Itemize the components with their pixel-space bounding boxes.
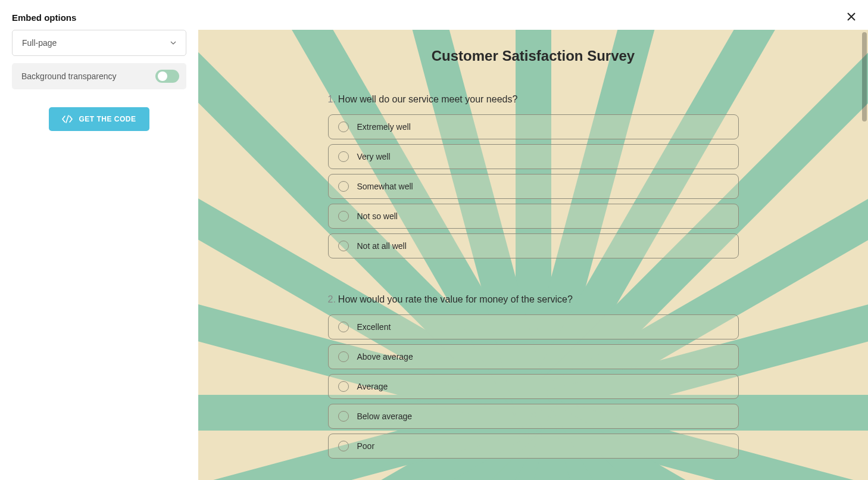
option-label: Average bbox=[357, 382, 388, 391]
option-label: Very well bbox=[357, 152, 391, 161]
question-text: 2.How would you rate the value for money… bbox=[328, 294, 739, 305]
option-label: Somewhat well bbox=[357, 182, 413, 191]
radio-icon bbox=[338, 241, 349, 251]
option-label: Extremely well bbox=[357, 122, 411, 132]
question-block: 1.How well do our service meet your need… bbox=[328, 94, 739, 258]
close-icon bbox=[847, 10, 856, 24]
survey-preview: Customer Satisfaction Survey 1.How well … bbox=[198, 30, 868, 480]
panel-title: Embed options bbox=[12, 13, 76, 23]
transparency-row: Background transparency bbox=[12, 63, 186, 89]
option-label: Excellent bbox=[357, 322, 391, 332]
survey-option[interactable]: Somewhat well bbox=[328, 174, 739, 199]
survey-option[interactable]: Very well bbox=[328, 144, 739, 169]
survey-option[interactable]: Average bbox=[328, 374, 739, 399]
transparency-label: Background transparency bbox=[21, 71, 117, 81]
radio-icon bbox=[338, 351, 349, 362]
options-sidebar: Full-page Background transparency GET TH… bbox=[0, 30, 198, 480]
survey-option[interactable]: Extremely well bbox=[328, 114, 739, 139]
radio-icon bbox=[338, 151, 349, 162]
question-number: 2. bbox=[328, 294, 336, 304]
radio-icon bbox=[338, 441, 349, 451]
get-code-button[interactable]: GET THE CODE bbox=[49, 107, 149, 131]
question-prompt: How would you rate the value for money o… bbox=[338, 294, 573, 304]
survey-option[interactable]: Excellent bbox=[328, 314, 739, 339]
radio-icon bbox=[338, 121, 349, 132]
survey-option[interactable]: Poor bbox=[328, 434, 739, 459]
question-number: 1. bbox=[328, 94, 336, 104]
question-text: 1.How well do our service meet your need… bbox=[328, 94, 739, 105]
option-label: Poor bbox=[357, 441, 375, 451]
radio-icon bbox=[338, 211, 349, 222]
code-icon bbox=[62, 115, 73, 123]
radio-icon bbox=[338, 181, 349, 192]
question-prompt: How well do our service meet your needs? bbox=[338, 94, 517, 104]
survey-title: Customer Satisfaction Survey bbox=[198, 48, 868, 64]
radio-icon bbox=[338, 322, 349, 332]
option-label: Not so well bbox=[357, 211, 398, 221]
close-button[interactable] bbox=[847, 11, 856, 24]
chevron-down-icon bbox=[170, 40, 176, 46]
get-code-label: GET THE CODE bbox=[79, 115, 136, 123]
question-block: 2.How would you rate the value for money… bbox=[328, 294, 739, 459]
transparency-toggle[interactable] bbox=[155, 70, 179, 83]
radio-icon bbox=[338, 381, 349, 392]
toggle-knob bbox=[158, 71, 167, 81]
option-label: Above average bbox=[357, 352, 413, 361]
survey-option[interactable]: Not at all well bbox=[328, 233, 739, 258]
embed-type-select[interactable]: Full-page bbox=[12, 30, 186, 56]
survey-option[interactable]: Above average bbox=[328, 344, 739, 369]
radio-icon bbox=[338, 411, 349, 422]
option-label: Below average bbox=[357, 412, 413, 421]
option-label: Not at all well bbox=[357, 241, 407, 251]
survey-option[interactable]: Below average bbox=[328, 404, 739, 429]
survey-option[interactable]: Not so well bbox=[328, 204, 739, 229]
embed-type-value: Full-page bbox=[22, 38, 57, 48]
